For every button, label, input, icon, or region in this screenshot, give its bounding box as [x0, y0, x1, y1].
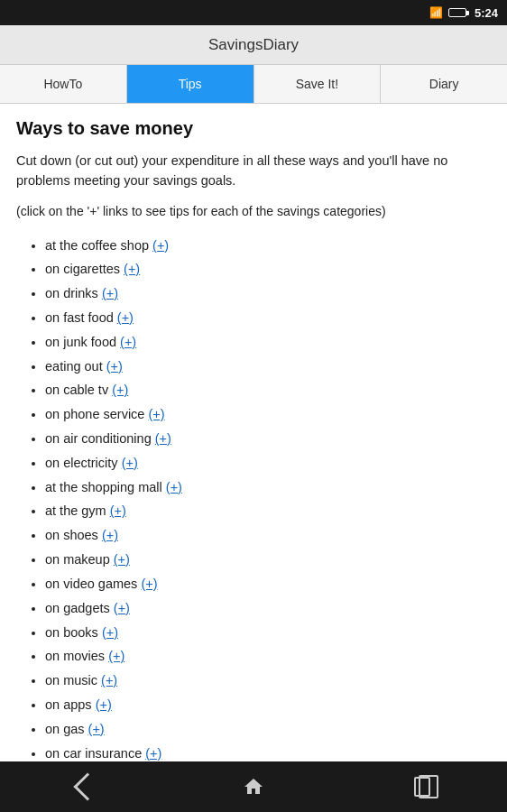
instruction-text: (click on the '+' links to see tips for …	[16, 202, 491, 221]
list-item: on shoes (+)	[45, 523, 491, 548]
tab-howto[interactable]: HowTo	[0, 65, 127, 103]
plus-link-3[interactable]: (+)	[117, 310, 134, 325]
plus-link-21[interactable]: (+)	[145, 746, 161, 761]
page-heading: Ways to save money	[16, 118, 491, 139]
list-item: on air conditioning (+)	[45, 427, 491, 451]
list-item: on gadgets (+)	[45, 596, 491, 621]
home-icon	[243, 776, 264, 798]
plus-link-15[interactable]: (+)	[114, 601, 130, 615]
plus-link-17[interactable]: (+)	[108, 649, 124, 663]
list-item: on books (+)	[45, 621, 491, 645]
list-item: on makeup (+)	[45, 548, 491, 572]
intro-text: Cut down (or cut out) your expenditure i…	[16, 152, 491, 191]
title-bar: SavingsDiary	[0, 25, 507, 65]
back-icon	[73, 772, 101, 800]
list-item: on video games (+)	[45, 572, 491, 596]
recents-button[interactable]	[402, 767, 442, 807]
nav-bar	[0, 761, 507, 812]
plus-link-11[interactable]: (+)	[110, 503, 126, 518]
list-item: on movies (+)	[45, 644, 491, 669]
plus-link-4[interactable]: (+)	[120, 335, 136, 349]
home-button[interactable]	[234, 767, 273, 807]
plus-link-12[interactable]: (+)	[102, 528, 118, 542]
wifi-icon: 📶	[429, 6, 443, 19]
savings-list: at the coffee shop (+)on cigarettes (+)o…	[16, 234, 491, 762]
tab-tips[interactable]: Tips	[127, 65, 254, 103]
list-item: on car insurance (+)	[45, 742, 491, 761]
status-time: 5:24	[475, 6, 498, 20]
list-item: eating out (+)	[45, 355, 491, 379]
tab-diary[interactable]: Diary	[381, 65, 507, 103]
list-item: on cigarettes (+)	[45, 257, 491, 281]
main-content: Ways to save money Cut down (or cut out)…	[0, 104, 507, 761]
tab-bar: HowTo Tips Save It! Diary	[0, 65, 507, 104]
list-item: at the gym (+)	[45, 499, 491, 523]
list-item: on music (+)	[45, 669, 491, 693]
plus-link-2[interactable]: (+)	[102, 286, 118, 300]
list-item: at the coffee shop (+)	[45, 234, 491, 258]
list-item: on fast food (+)	[45, 306, 491, 330]
list-item: on apps (+)	[45, 693, 491, 717]
plus-link-7[interactable]: (+)	[148, 407, 164, 421]
list-item: on electricity (+)	[45, 451, 491, 475]
plus-link-14[interactable]: (+)	[141, 577, 157, 591]
plus-link-8[interactable]: (+)	[155, 431, 171, 446]
list-item: on drinks (+)	[45, 281, 491, 306]
plus-link-10[interactable]: (+)	[166, 480, 182, 494]
plus-link-13[interactable]: (+)	[114, 552, 130, 567]
battery-icon	[448, 8, 469, 17]
plus-link-5[interactable]: (+)	[106, 359, 123, 374]
list-item: on cable tv (+)	[45, 378, 491, 402]
tab-saveit[interactable]: Save It!	[254, 65, 382, 103]
back-button[interactable]	[65, 767, 105, 807]
status-bar: 📶 5:24	[0, 0, 507, 25]
list-item: at the shopping mall (+)	[45, 475, 491, 500]
plus-link-16[interactable]: (+)	[102, 625, 118, 640]
plus-link-19[interactable]: (+)	[96, 697, 112, 712]
list-item: on gas (+)	[45, 717, 491, 742]
plus-link-9[interactable]: (+)	[122, 456, 138, 470]
plus-link-1[interactable]: (+)	[124, 262, 140, 276]
plus-link-18[interactable]: (+)	[101, 673, 117, 687]
list-item: on junk food (+)	[45, 330, 491, 355]
app-title: SavingsDiary	[208, 36, 299, 54]
plus-link-6[interactable]: (+)	[112, 383, 128, 397]
plus-link-0[interactable]: (+)	[152, 238, 169, 253]
recents-icon	[414, 777, 430, 797]
plus-link-20[interactable]: (+)	[88, 722, 105, 736]
list-item: on phone service (+)	[45, 402, 491, 427]
